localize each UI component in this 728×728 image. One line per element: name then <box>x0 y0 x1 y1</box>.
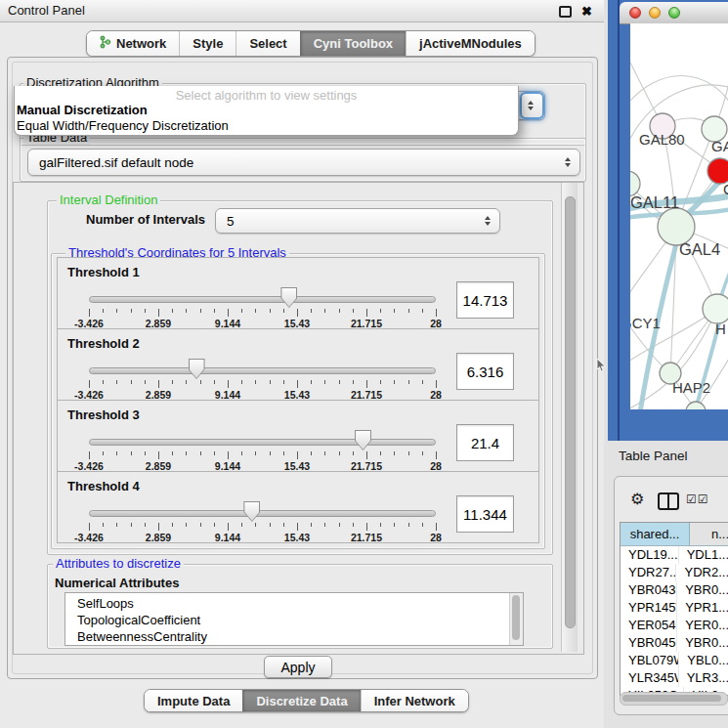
threshold-value-field[interactable]: 11.344 <box>456 495 514 533</box>
tick-mark <box>380 523 381 527</box>
tick-mark <box>172 309 173 313</box>
tab-network[interactable]: Network <box>87 31 179 56</box>
node-h[interactable] <box>703 294 728 323</box>
popup-item-equal-width-frequency[interactable]: Equal Width/Frequency Discretization <box>15 118 518 134</box>
table-row[interactable]: YER054CYER0... <box>621 617 728 634</box>
interval-definition-title: Interval Definition <box>57 193 160 207</box>
threshold-slider-handle[interactable] <box>243 501 260 522</box>
tick-mark <box>214 451 215 455</box>
threshold-slider-track[interactable] <box>89 367 436 374</box>
table-row[interactable]: YBL079WYBL0... <box>621 652 728 669</box>
gear-icon[interactable]: ⚙ <box>630 490 644 508</box>
table-horizontal-scrollbar[interactable] <box>620 692 728 706</box>
minimize-traffic-light[interactable] <box>649 7 661 19</box>
threshold-value-field[interactable]: 14.713 <box>456 281 514 319</box>
attribute-item-topologicalcoefficient[interactable]: TopologicalCoefficient <box>65 612 523 628</box>
attributes-scrollbar[interactable] <box>509 593 523 645</box>
threshold-label: Threshold 4 <box>67 479 140 493</box>
tick-mark <box>241 451 242 455</box>
slider-ticks <box>89 523 436 532</box>
tick-mark <box>422 380 423 384</box>
tab-infer-network[interactable]: Infer Network <box>361 690 468 711</box>
attributes-scrollbar-thumb[interactable] <box>512 595 520 640</box>
tick-mark <box>214 523 215 527</box>
network-graph[interactable]: GAL80GACGAL11GAL4GCY1HHAP2 <box>630 23 728 409</box>
cell-name: YBR0... <box>677 581 728 599</box>
threshold-slider-handle[interactable] <box>280 287 297 308</box>
tab-label: jActiveMNodules <box>419 36 522 51</box>
popup-item-manual-discretization[interactable]: Manual Discretization <box>15 103 518 118</box>
tick-mark <box>255 523 256 527</box>
tick-mark <box>366 309 367 317</box>
attribute-item-betweennesscentrality[interactable]: BetweennessCentrality <box>65 628 523 645</box>
threshold-box-1: Threshold 1 -3.4262.8599.14415.4321.7152… <box>57 257 539 329</box>
tick-mark <box>408 451 409 455</box>
threshold-slider-track[interactable] <box>89 296 436 303</box>
tick-mark <box>422 451 423 455</box>
tick-mark <box>422 523 423 527</box>
tick-label: 15.43 <box>284 532 310 543</box>
tab-jactivemnodules[interactable]: jActiveMNodules <box>406 31 535 56</box>
split-view-icon[interactable] <box>658 492 679 510</box>
tick-mark <box>228 380 229 388</box>
threshold-slider-handle[interactable] <box>189 359 205 379</box>
close-icon[interactable]: ✖ <box>581 2 592 21</box>
tick-mark <box>339 309 340 313</box>
table-row[interactable]: YBR043CYBR0... <box>621 581 728 599</box>
cell-shared-name: YER054C <box>621 617 677 634</box>
screenshot-stage: Control Panel ✖ NetworkStyleSelectCyni T… <box>0 0 728 728</box>
threshold-value-field[interactable]: 6.316 <box>456 353 514 390</box>
tab-select[interactable]: Select <box>236 31 299 56</box>
network-canvas[interactable]: GAL80GACGAL11GAL4GCY1HHAP2 <box>630 23 728 409</box>
tick-mark <box>297 451 298 459</box>
node-label-gal80: GAL80 <box>639 131 685 148</box>
apply-button[interactable]: Apply <box>264 656 332 678</box>
tab-discretize-data[interactable]: Discretize Data <box>242 690 360 711</box>
tick-mark <box>422 309 423 313</box>
tick-mark <box>228 523 229 531</box>
threshold-slider-track[interactable] <box>89 439 436 446</box>
threshold-slider-track[interactable] <box>89 510 436 517</box>
threshold-value-field[interactable]: 21.4 <box>456 424 514 461</box>
combo-arrows-icon <box>485 216 491 226</box>
tick-mark <box>158 309 159 317</box>
numerical-attributes-list[interactable]: SelfLoopsTopologicalCoefficientBetweenne… <box>64 592 524 646</box>
tick-mark <box>394 380 395 384</box>
network-window: GAL80GACGAL11GAL4GCY1HHAP2 <box>608 0 728 441</box>
table-rows: YDL19...YDL1...YDR27...YDR2...YBR043CYBR… <box>621 546 728 696</box>
tick-mark <box>353 380 354 384</box>
zoom-traffic-light[interactable] <box>668 7 680 19</box>
table-row[interactable]: YDR27...YDR2... <box>621 564 728 581</box>
vertical-scrollbar-thumb[interactable] <box>565 196 576 628</box>
vertical-scrollbar[interactable] <box>561 183 578 652</box>
tick-mark <box>311 309 312 313</box>
checkboxes-icon[interactable]: ☑☑ <box>686 492 709 506</box>
tick-mark <box>436 451 437 459</box>
column-header-shared-name[interactable]: shared... <box>621 523 690 545</box>
node-label-h: H <box>715 321 726 337</box>
attribute-item-selfloops[interactable]: SelfLoops <box>65 595 523 612</box>
table-hscrollbar-thumb[interactable] <box>622 695 721 702</box>
tab-cyni-toolbox[interactable]: Cyni Toolbox <box>300 31 406 56</box>
table-row[interactable]: YLR345WYLR3... <box>621 669 728 687</box>
column-header-name[interactable]: n... <box>690 523 728 545</box>
tick-mark <box>270 309 271 313</box>
node-partial[interactable] <box>686 402 706 409</box>
tick-mark <box>158 523 159 531</box>
tab-impute-data[interactable]: Impute Data <box>145 690 242 711</box>
threshold-slider-handle[interactable] <box>355 430 371 450</box>
cell-shared-name: YBR045C <box>621 634 677 652</box>
table-row[interactable]: YBR045CYBR0... <box>621 634 728 652</box>
table-row[interactable]: YDL19...YDL1... <box>621 546 728 564</box>
table-data-combo[interactable]: galFiltered.sif default node <box>27 149 580 176</box>
tick-mark <box>228 309 229 317</box>
close-traffic-light[interactable] <box>629 7 641 19</box>
algorithm-combo-stepper[interactable] <box>520 92 544 119</box>
tab-style[interactable]: Style <box>179 31 236 56</box>
float-window-icon[interactable] <box>559 6 572 18</box>
cell-shared-name: YBR043C <box>621 581 677 599</box>
tick-mark <box>436 309 437 317</box>
number-of-intervals-combo[interactable]: 5 <box>215 208 500 234</box>
table-row[interactable]: YPR145WYPR1... <box>621 599 728 617</box>
tick-mark <box>214 309 215 313</box>
